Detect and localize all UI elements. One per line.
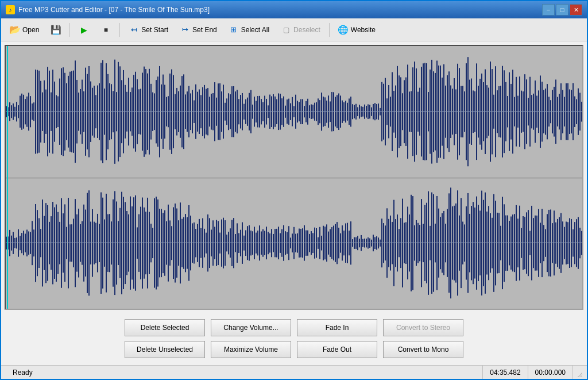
set-start-button[interactable]: ↤ Set Start — [123, 21, 173, 39]
website-label: Website — [351, 26, 376, 34]
save-icon: 💾 — [51, 25, 61, 35]
maximize-button[interactable]: □ — [556, 4, 568, 16]
status-ready: Ready — [6, 366, 483, 379]
set-end-icon: ↦ — [180, 25, 190, 35]
stop-icon: ■ — [100, 25, 111, 35]
toolbar-separator-3 — [329, 23, 330, 37]
deselect-icon: ▢ — [281, 25, 291, 35]
btn-group-delete: Delete Selected Delete Unselected — [125, 319, 205, 358]
website-button[interactable]: 🌐 Website — [333, 21, 381, 39]
fade-in-button[interactable]: Fade In — [297, 319, 377, 336]
select-all-label: Select All — [241, 26, 269, 34]
fade-out-button[interactable]: Fade Out — [297, 341, 377, 358]
save-button[interactable]: 💾 — [45, 21, 66, 39]
toolbar-separator-1 — [69, 23, 70, 37]
deselect-label: Deselect — [293, 26, 320, 34]
buttons-area: Delete Selected Delete Unselected Change… — [1, 313, 587, 365]
svg-line-2 — [581, 376, 582, 377]
status-bar: Ready 04:35.482 00:00.000 — [1, 365, 587, 379]
toolbar-separator-2 — [119, 23, 120, 37]
set-end-button[interactable]: ↦ Set End — [175, 21, 222, 39]
convert-to-mono-button[interactable]: Convert to Mono — [383, 341, 463, 358]
app-icon: ♪ — [6, 5, 15, 14]
set-start-label: Set Start — [141, 26, 168, 34]
open-label: Open — [22, 26, 39, 34]
main-window: ♪ Free MP3 Cutter and Editor - [07 - The… — [0, 0, 588, 380]
status-time1: 04:35.482 — [483, 366, 528, 379]
title-bar: ♪ Free MP3 Cutter and Editor - [07 - The… — [1, 1, 587, 18]
select-all-icon: ⊞ — [229, 25, 239, 35]
status-time2: 00:00.000 — [528, 366, 573, 379]
set-end-label: Set End — [192, 26, 217, 34]
close-button[interactable]: ✕ — [570, 4, 582, 16]
set-start-icon: ↤ — [129, 25, 139, 35]
waveform-canvas[interactable] — [6, 46, 582, 309]
maximize-volume-button[interactable]: Maximize Volume — [211, 341, 291, 358]
delete-selected-button[interactable]: Delete Selected — [125, 319, 205, 336]
btn-group-volume: Change Volume... Maximize Volume — [211, 319, 291, 358]
minimize-button[interactable]: − — [542, 4, 555, 16]
select-all-button[interactable]: ⊞ Select All — [223, 21, 274, 39]
delete-unselected-button[interactable]: Delete Unselected — [125, 341, 205, 358]
change-volume-button[interactable]: Change Volume... — [211, 319, 291, 336]
title-bar-left: ♪ Free MP3 Cutter and Editor - [07 - The… — [6, 5, 210, 14]
waveform-area[interactable] — [5, 45, 583, 310]
stop-button[interactable]: ■ — [95, 21, 116, 39]
convert-to-stereo-button[interactable]: Convert to Stereo — [383, 319, 463, 336]
resize-grip — [573, 368, 582, 377]
play-button[interactable]: ▶ — [74, 21, 94, 39]
play-icon: ▶ — [79, 25, 89, 35]
deselect-button[interactable]: ▢ Deselect — [276, 21, 326, 39]
open-icon: 📂 — [10, 25, 20, 35]
btn-group-fade: Fade In Fade Out — [297, 319, 377, 358]
website-icon: 🌐 — [338, 25, 349, 35]
open-button[interactable]: 📂 Open — [5, 21, 44, 39]
window-controls: − □ ✕ — [542, 4, 582, 16]
btn-group-convert: Convert to Stereo Convert to Mono — [383, 319, 463, 358]
toolbar: 📂 Open 💾 ▶ ■ ↤ Set Start ↦ Set End ⊞ Sel… — [1, 18, 587, 41]
window-title: Free MP3 Cutter and Editor - [07 - The S… — [18, 6, 210, 14]
